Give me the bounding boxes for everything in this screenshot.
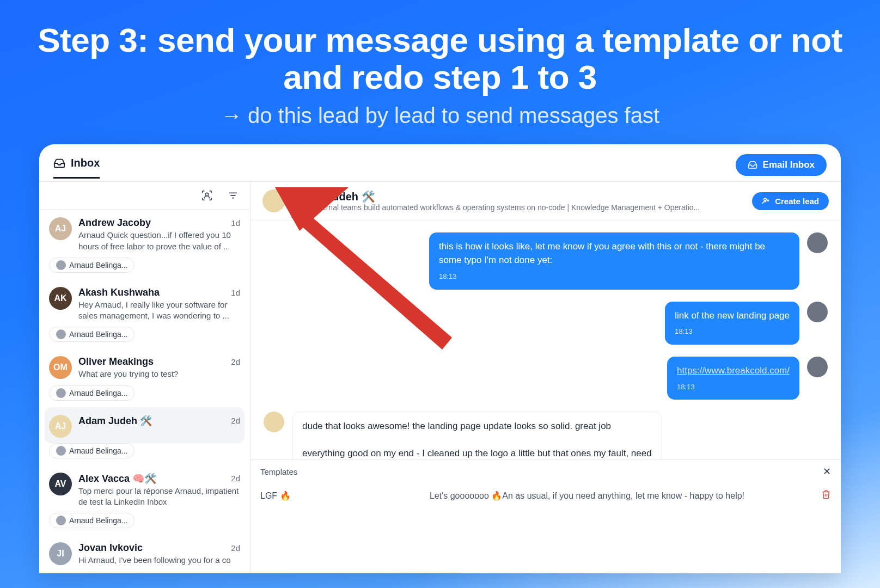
thread-preview: Top merci pour la réponse Arnaud, impati… <box>78 486 240 508</box>
templates-panel: Templates ✕ LGF 🔥Let's gooooooo 🔥An as u… <box>250 460 841 573</box>
topbar: Inbox Email Inbox <box>39 144 841 182</box>
avatar <box>264 412 284 432</box>
thread-time: 2d <box>231 416 240 425</box>
hero-heading: Step 3: send your message using a templa… <box>0 0 880 144</box>
app-window: Inbox Email Inbox AJAndrew Jacoby1dArnau… <box>39 144 841 573</box>
thread-name: Akash Kushwaha <box>78 287 160 298</box>
message-bubble: link of the new landing page18:13 <box>665 302 799 345</box>
thread-time: 1d <box>231 218 240 228</box>
inbox-icon <box>53 157 65 169</box>
avatar <box>56 516 66 525</box>
thread-time: 2d <box>231 474 240 483</box>
thread-item[interactable]: JIJovan Ivkovic2dHi Arnaud, I've been fo… <box>39 535 250 571</box>
scan-user-icon[interactable] <box>201 189 213 201</box>
thread-item[interactable]: AKAkash Kushwaha1dHey Arnaud, I really l… <box>39 279 250 327</box>
avatar: OM <box>49 356 72 379</box>
message-row: https://www.breakcold.com/18:13 <box>264 357 828 400</box>
avatar <box>56 388 66 398</box>
hero-title: Step 3: send your message using a templa… <box>33 22 847 96</box>
avatar: AJ <box>49 415 72 438</box>
thread-preview: Hey Arnaud, I really like your software … <box>78 299 240 322</box>
template-body: Let's gooooooo 🔥An as usual, if you need… <box>364 491 810 501</box>
message-time: 18:13 <box>677 382 790 393</box>
tab-inbox[interactable]: Inbox <box>53 157 100 179</box>
close-icon[interactable]: ✕ <box>823 465 831 477</box>
avatar <box>56 446 66 456</box>
message-row: link of the new landing page18:13 <box>264 302 828 345</box>
sidebar: AJAndrew Jacoby1dArnaud Quick question..… <box>39 182 250 573</box>
svg-point-4 <box>764 198 767 201</box>
thread-time: 2d <box>231 357 240 366</box>
message-list: this is how it looks like, let me know i… <box>250 220 841 460</box>
chat-header: Adam Judeh 🛠️ I help internal teams buil… <box>250 182 841 220</box>
thread-preview: Arnaud Quick question...if I offered you… <box>78 230 240 252</box>
message-bubble: https://www.breakcold.com/18:13 <box>667 357 799 400</box>
thread-time: 2d <box>231 543 240 553</box>
avatar <box>807 232 828 253</box>
message-bubble: dude that looks awesome! the landing pag… <box>292 412 662 460</box>
thread-name: Andrew Jacoby <box>78 217 151 229</box>
message-row: this is how it looks like, let me know i… <box>264 232 828 289</box>
create-lead-button[interactable]: Create lead <box>752 192 829 210</box>
message-row: dude that looks awesome! the landing pag… <box>264 412 828 460</box>
owner-tag[interactable]: Arnaud Belinga... <box>49 385 135 401</box>
avatar: JI <box>49 542 72 565</box>
thread-item[interactable]: AVAlex Vacca 🧠🛠️2dTop merci pour la répo… <box>39 465 250 513</box>
user-plus-icon <box>762 197 771 205</box>
owner-tag[interactable]: Arnaud Belinga... <box>49 258 135 273</box>
message-link[interactable]: https://www.breakcold.com/ <box>677 365 790 376</box>
chat-contact-name: Adam Judeh 🛠️ <box>293 190 744 203</box>
avatar <box>56 329 66 339</box>
thread-list: AJAndrew Jacoby1dArnaud Quick question..… <box>39 210 250 573</box>
svg-marker-5 <box>275 220 349 231</box>
avatar <box>262 189 285 212</box>
owner-tag[interactable]: Arnaud Belinga... <box>49 327 135 342</box>
thread-item[interactable]: AJAndrew Jacoby1dArnaud Quick question..… <box>39 210 250 258</box>
arrow-right-icon: → <box>221 103 242 127</box>
email-inbox-button[interactable]: Email Inbox <box>736 154 827 176</box>
thread-name: Oliver Meakings <box>78 356 154 367</box>
thread-name: Adam Judeh 🛠️ <box>78 415 152 427</box>
thread-item[interactable]: AJAdam Judeh 🛠️2d <box>45 407 245 443</box>
owner-tag[interactable]: Arnaud Belinga... <box>49 513 135 528</box>
avatar: AV <box>49 473 72 495</box>
template-name: LGF 🔥 <box>260 491 353 501</box>
message-bubble: this is how it looks like, let me know i… <box>429 232 799 289</box>
sidebar-tools <box>39 182 250 210</box>
chat-contact-sub: I help internal teams build automated wo… <box>293 203 744 212</box>
tab-label: Inbox <box>71 157 100 169</box>
message-time: 18:13 <box>675 327 790 337</box>
owner-tag[interactable]: Arnaud Belinga... <box>49 443 135 458</box>
message-time: 18:13 <box>439 272 790 282</box>
thread-item[interactable]: OMOliver Meakings2dWhat are you trying t… <box>39 348 250 385</box>
trash-icon[interactable] <box>821 489 831 501</box>
inbox-icon <box>748 160 757 170</box>
avatar <box>807 357 828 377</box>
avatar <box>56 260 66 270</box>
hero-subtitle: →do this lead by lead to send messages f… <box>33 103 847 128</box>
filter-icon[interactable] <box>227 189 239 201</box>
chat-panel: Adam Judeh 🛠️ I help internal teams buil… <box>250 182 841 573</box>
avatar <box>807 302 828 322</box>
thread-name: Alex Vacca 🧠🛠️ <box>78 473 156 485</box>
avatar: AK <box>49 287 72 310</box>
thread-name: Jovan Ivkovic <box>78 542 143 554</box>
thread-preview: Hi Arnaud, I've been following you for a… <box>78 555 240 566</box>
avatar: AJ <box>49 217 72 240</box>
thread-time: 1d <box>231 288 240 297</box>
template-row[interactable]: LGF 🔥Let's gooooooo 🔥An as usual, if you… <box>250 483 841 508</box>
thread-preview: What are you trying to test? <box>78 369 240 379</box>
templates-title: Templates <box>260 467 297 476</box>
